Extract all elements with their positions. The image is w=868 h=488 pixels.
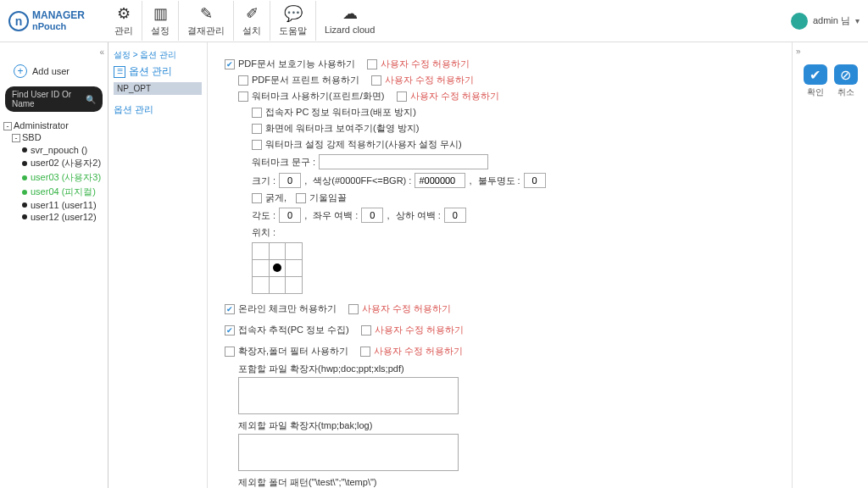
nav-help[interactable]: 💬도움말 <box>270 1 316 41</box>
angle-input[interactable] <box>279 208 301 223</box>
collapse-left-icon[interactable]: « <box>99 47 104 57</box>
nav-approval[interactable]: ✎결재관리 <box>179 1 234 41</box>
wm-force-checkbox[interactable] <box>252 140 262 150</box>
include-ext-input[interactable] <box>238 377 459 414</box>
gear-icon: ⚙ <box>117 4 131 23</box>
avatar[interactable] <box>791 13 808 30</box>
tbmargin-input[interactable] <box>444 208 466 223</box>
check-icon: ✔ <box>804 64 827 85</box>
logo-line1: MANAGER <box>32 9 85 21</box>
wand-icon: ✐ <box>246 4 259 23</box>
pdf-protect-checkbox[interactable] <box>225 59 235 69</box>
size-input[interactable] <box>279 173 301 188</box>
search-icon: 🔍 <box>86 95 96 104</box>
pdf-print-usermod-checkbox[interactable] <box>371 75 381 86</box>
bold-checkbox[interactable] <box>252 193 262 203</box>
add-user-button[interactable]: + Add user <box>14 64 108 78</box>
tree-user-item[interactable]: user11 (user11) <box>22 199 104 211</box>
italic-checkbox[interactable] <box>296 193 306 203</box>
current-user: admin 님 <box>813 14 850 27</box>
ok-button[interactable]: ✔확인 <box>803 64 828 98</box>
watermark-usermod-checkbox[interactable] <box>397 92 407 102</box>
include-ext-label: 포함할 파일 확장자(hwp;doc;ppt;xls;pdf) <box>238 363 775 375</box>
pdf-protect-usermod-checkbox[interactable] <box>367 59 377 69</box>
track-pc-checkbox[interactable] <box>225 325 235 336</box>
add-user-label: Add user <box>32 66 70 76</box>
nav-settings[interactable]: ▥설정 <box>142 1 179 41</box>
position-grid[interactable] <box>252 242 303 294</box>
wm-pcinfo-checkbox[interactable] <box>252 108 262 118</box>
app-logo: n MANAGER nPouch <box>8 10 106 31</box>
exclude-ext-label: 제외할 파일 확장자(tmp;bak;log) <box>238 419 775 432</box>
tree-user-item[interactable]: user03 (사용자3) <box>22 170 104 185</box>
online-usermod-checkbox[interactable] <box>348 304 359 314</box>
position-dot <box>273 263 281 272</box>
online-only-checkbox[interactable] <box>225 304 235 314</box>
exclude-ext-input[interactable] <box>238 434 459 471</box>
cancel-button[interactable]: ⊘취소 <box>833 64 859 98</box>
plus-icon: + <box>14 64 27 78</box>
option-link[interactable]: 옵션 관리 <box>114 103 202 116</box>
top-nav: ⚙관리 ▥설정 ✎결재관리 ✐설치 💬도움말 ☁Lizard cloud <box>106 1 383 41</box>
bar-small-icon: ☰ <box>114 66 125 78</box>
color-input[interactable] <box>415 173 465 188</box>
chevron-down-icon[interactable]: ▾ <box>855 16 860 25</box>
nav-cloud[interactable]: ☁Lizard cloud <box>316 1 383 41</box>
nav-manage[interactable]: ⚙관리 <box>106 1 142 41</box>
tree-sbd[interactable]: -SBD <box>12 132 104 142</box>
logo-line2: nPouch <box>32 21 66 31</box>
np-opt-row[interactable]: NP_OPT <box>114 82 202 95</box>
option-title: ☰옵션 관리 <box>114 64 202 79</box>
wm-text-input[interactable] <box>319 154 488 169</box>
tree-user-item[interactable]: svr_npouch () <box>22 144 104 156</box>
tree-user-item[interactable]: user04 (피지컬) <box>22 185 104 199</box>
logo-icon: n <box>8 11 29 31</box>
pdf-print-checkbox[interactable] <box>238 75 248 86</box>
find-user-input[interactable]: Find User ID Or Name 🔍 <box>5 86 103 112</box>
cancel-icon: ⊘ <box>834 64 858 85</box>
chat-icon: 💬 <box>284 4 303 23</box>
breadcrumb: 설정 > 옵션 관리 <box>114 49 202 61</box>
tree-user-item[interactable]: user12 (user12) <box>22 211 104 223</box>
cloud-icon: ☁ <box>342 4 358 23</box>
track-usermod-checkbox[interactable] <box>361 325 371 336</box>
filter-ext-checkbox[interactable] <box>225 347 235 357</box>
opacity-input[interactable] <box>524 173 546 188</box>
tree-user-item[interactable]: user02 (사용자2) <box>22 156 104 170</box>
nav-install[interactable]: ✐설치 <box>234 1 270 41</box>
exclude-folder-label: 제외할 폴더 패턴("\test\";"\temp\") <box>238 476 775 488</box>
content-area: PDF문서 보호기능 사용하기 사용자 수정 허용하기 PDF문서 프린트 허용… <box>208 42 792 488</box>
pen-icon: ✎ <box>200 4 213 23</box>
find-placeholder: Find User ID Or Name <box>12 90 82 108</box>
watermark-use-checkbox[interactable] <box>238 92 248 102</box>
lrmargin-input[interactable] <box>361 208 383 223</box>
bar-icon: ▥ <box>153 4 168 23</box>
tree-root[interactable]: -Administrator <box>3 120 104 130</box>
filter-usermod-checkbox[interactable] <box>360 347 370 357</box>
wm-onscreen-checkbox[interactable] <box>252 124 262 134</box>
collapse-right-icon[interactable]: « <box>796 47 801 57</box>
